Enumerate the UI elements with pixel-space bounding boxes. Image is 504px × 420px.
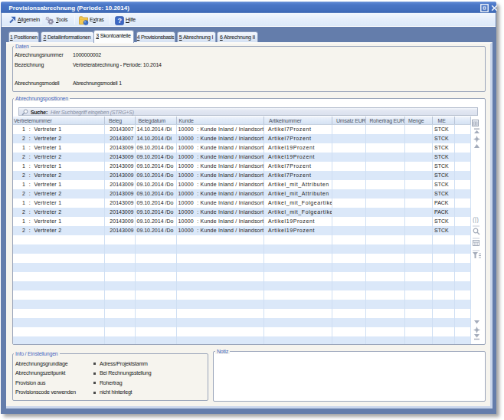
svg-text:(|): (|) [473, 216, 479, 223]
svg-text:?: ? [117, 17, 121, 25]
